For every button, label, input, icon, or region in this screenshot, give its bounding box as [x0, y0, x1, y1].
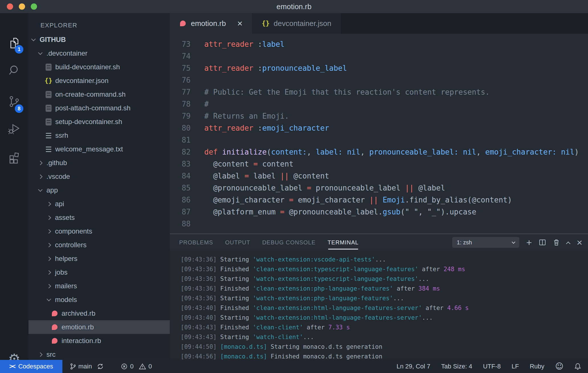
- code-token: emoji_character:: [485, 148, 556, 156]
- terminal-token: [09:43:36]: [181, 285, 217, 292]
- tab-devcontainer-json[interactable]: {}devcontainer.json: [253, 13, 341, 34]
- search-view-button[interactable]: [0, 56, 28, 84]
- encoding[interactable]: UTF-8: [483, 363, 501, 370]
- code-line-73: 73attr_reader :label: [170, 38, 588, 50]
- terminal-token: 7.33 s: [328, 324, 350, 331]
- chevron-right-icon: [47, 215, 51, 220]
- line-number: 85: [170, 182, 191, 194]
- tree-item-api[interactable]: api: [28, 197, 170, 211]
- tree-item-build-devcontainer-sh[interactable]: build-devcontainer.sh: [28, 60, 170, 74]
- code-line-85: 85 @pronounceable_label = pronounceable_…: [170, 182, 588, 194]
- new-terminal-button[interactable]: +: [526, 238, 532, 247]
- tree-item-label: .github: [46, 159, 67, 167]
- panel-tabs: PROBLEMSOUTPUTDEBUG CONSOLETERMINAL: [179, 234, 359, 251]
- error-count: 0: [130, 363, 134, 370]
- tree-item-devcontainer-json[interactable]: {}devcontainer.json: [28, 74, 170, 88]
- terminal-line: [09:43:36] Starting 'watch-extension:typ…: [181, 274, 588, 284]
- code-line-76: 76: [170, 74, 588, 86]
- chevron-right-icon: [47, 202, 51, 206]
- branch-indicator[interactable]: main: [70, 363, 92, 370]
- notifications-bell-icon[interactable]: [574, 363, 581, 370]
- tree-item-interaction-rb[interactable]: interaction.rb: [28, 334, 170, 348]
- maximize-window-button[interactable]: [31, 3, 37, 10]
- code-token: [342, 148, 347, 156]
- statusbar: >< Codespaces main 0: [0, 360, 588, 373]
- panel-tab-problems[interactable]: PROBLEMS: [179, 234, 213, 251]
- tree-item-mailers[interactable]: mailers: [28, 279, 170, 293]
- tree-item-welcome-message-txt[interactable]: welcome_message.txt: [28, 142, 170, 156]
- code-token: label: [262, 40, 285, 48]
- text-lines-icon: [46, 133, 51, 138]
- chevron-right-icon: [47, 270, 51, 275]
- run-debug-view-button[interactable]: [0, 115, 28, 142]
- tree-item-vscode[interactable]: .vscode: [28, 170, 170, 183]
- code-token: ,: [307, 148, 316, 156]
- tree-item-on-create-command-sh[interactable]: on-create-command.sh: [28, 88, 170, 101]
- chevron-down-icon: [47, 297, 51, 301]
- tree-item-label: emotion.rb: [62, 323, 94, 331]
- extensions-view-button[interactable]: [0, 144, 28, 171]
- split-terminal-button[interactable]: [539, 239, 546, 246]
- terminal-token: 384 ms: [418, 285, 440, 292]
- scm-badge: 8: [15, 104, 23, 113]
- code-token: @pronounceable_label.: [285, 208, 383, 216]
- tree-item-models[interactable]: models: [28, 293, 170, 307]
- tree-item-devcontainer[interactable]: .devcontainer: [28, 46, 170, 60]
- tree-item-github[interactable]: .github: [28, 156, 170, 170]
- tree-item-jobs[interactable]: jobs: [28, 265, 170, 279]
- tab-emotion-rb[interactable]: emotion.rb×: [170, 13, 253, 34]
- feedback-smiley-icon[interactable]: ☺: [555, 362, 564, 370]
- code-token: (: [267, 148, 271, 156]
- eol-sequence[interactable]: LF: [512, 363, 519, 370]
- explorer-view-button[interactable]: 1: [0, 30, 28, 57]
- tree-item-controllers[interactable]: controllers: [28, 238, 170, 252]
- tree-item-label: jobs: [55, 268, 68, 276]
- tree-item-archived-rb[interactable]: archived.rb: [28, 307, 170, 320]
- terminal-output[interactable]: [09:43:36] Starting 'watch-extension:vsc…: [170, 251, 588, 361]
- remote-indicator[interactable]: >< Codespaces: [0, 360, 62, 373]
- tree-item-src[interactable]: src: [28, 348, 170, 360]
- close-window-button[interactable]: [7, 3, 13, 10]
- line-number: 74: [170, 50, 191, 62]
- tree-item-github[interactable]: GITHUB: [28, 33, 170, 46]
- code-token: content:: [271, 148, 307, 156]
- terminal-token: [09:43:36]: [181, 266, 217, 273]
- terminal-token: after: [303, 324, 328, 331]
- tree-item-components[interactable]: components: [28, 224, 170, 238]
- code-editor[interactable]: 73attr_reader :label7475attr_reader :pro…: [170, 34, 588, 234]
- terminal-token: Finished: [217, 324, 252, 331]
- terminal-token: 'watch-extension:typescript-language-fea…: [253, 275, 418, 282]
- panel-tab-terminal[interactable]: TERMINAL: [328, 234, 359, 251]
- code-token: [378, 196, 383, 204]
- terminal-line: [09:43:36] Finished 'clean-extension:typ…: [181, 264, 588, 274]
- language-mode[interactable]: Ruby: [530, 363, 544, 370]
- tree-item-ssrh[interactable]: ssrh: [28, 129, 170, 142]
- tree-item-post-attach-command-sh[interactable]: post-attach-command.sh: [28, 101, 170, 115]
- tree-item-app[interactable]: app: [28, 183, 170, 197]
- code-token: @label: [204, 172, 244, 180]
- kill-terminal-button[interactable]: [553, 239, 560, 246]
- indentation[interactable]: Tab Size: 4: [441, 363, 472, 370]
- close-icon[interactable]: ×: [237, 19, 243, 28]
- terminal-shell-dropdown[interactable]: 1: zsh: [452, 237, 519, 248]
- minimize-window-button[interactable]: [19, 3, 25, 10]
- tree-item-setup-devcontainer-sh[interactable]: setup-devcontainer.sh: [28, 115, 170, 129]
- sync-button[interactable]: [97, 363, 104, 370]
- terminal-token: [monaco.d.ts]: [220, 343, 267, 350]
- tree-item-emotion-rb[interactable]: emotion.rb: [28, 320, 170, 334]
- tree-item-label: welcome_message.txt: [55, 145, 123, 153]
- code-token: [458, 148, 463, 156]
- source-control-view-button[interactable]: 8: [0, 88, 28, 115]
- tree-item-helpers[interactable]: helpers: [28, 252, 170, 265]
- line-number: 78: [170, 98, 191, 110]
- panel-tab-output[interactable]: OUTPUT: [225, 234, 250, 251]
- terminal-line: [09:43:43] Starting 'watch-client'...: [181, 332, 588, 342]
- cursor-position[interactable]: Ln 29, Col 7: [397, 363, 430, 370]
- problems-indicator[interactable]: 0 0: [121, 363, 152, 370]
- error-icon: [121, 363, 128, 370]
- panel-tab-debug-console[interactable]: DEBUG CONSOLE: [262, 234, 315, 251]
- tree-item-assets[interactable]: assets: [28, 211, 170, 224]
- close-panel-button[interactable]: ×: [577, 238, 582, 247]
- maximize-panel-button[interactable]: [566, 241, 571, 246]
- code-token: (" ", "_").upcase: [401, 208, 476, 216]
